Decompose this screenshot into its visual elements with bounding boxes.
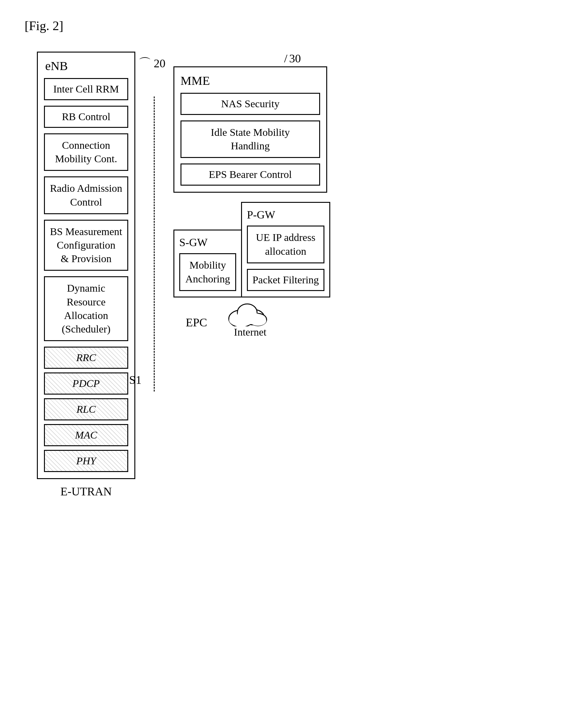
enb-label: eNB	[45, 59, 128, 73]
rb-control-box: RB Control	[44, 106, 128, 128]
connection-mobility-box: ConnectionMobility Cont.	[44, 134, 128, 171]
sgw-pgw-row: S-GW MobilityAnchoring P-GW UE IP addres…	[173, 202, 330, 297]
internet-label: Internet	[234, 326, 266, 338]
ref30-wrap: / 30	[284, 52, 330, 65]
pgw-box: P-GW UE IP addressallocation Packet Filt…	[241, 202, 330, 297]
sgw-label: S-GW	[179, 236, 236, 249]
e-utran-label: E-UTRAN	[61, 485, 112, 498]
pdcp-box: PDCP	[44, 372, 128, 394]
ref-20: 20	[154, 56, 165, 70]
dynamic-resource-box: Dynamic ResourceAllocation(Scheduler)	[44, 276, 128, 341]
rrc-box: RRC	[44, 347, 128, 369]
right-section: / 30 MME NAS Security Idle State Mobilit…	[173, 52, 330, 338]
packet-filtering-box: Packet Filtering	[247, 269, 324, 291]
mac-box: MAC	[44, 424, 128, 446]
sgw-box: S-GW MobilityAnchoring	[173, 229, 241, 297]
enb-outer-box: eNB Inter Cell RRM RB Control Connection…	[37, 52, 135, 479]
cloud-icon	[226, 302, 275, 326]
internet-cloud: Internet	[226, 302, 275, 338]
bs-measurement-box: BS MeasurementConfiguration& Provision	[44, 220, 128, 271]
fig-label: [Fig. 2]	[25, 19, 562, 33]
enb-section: eNB Inter Cell RRM RB Control Connection…	[37, 52, 135, 498]
curve-arrow-icon: ⌒	[138, 55, 151, 72]
mme-label: MME	[181, 73, 320, 88]
mobility-anchoring-box: MobilityAnchoring	[179, 253, 236, 291]
eps-bearer-box: EPS Bearer Control	[181, 164, 320, 186]
epc-label: EPC	[186, 316, 207, 329]
mme-outer-box: MME NAS Security Idle State MobilityHand…	[173, 66, 327, 193]
inter-cell-rrm-box: Inter Cell RRM	[44, 78, 128, 100]
ref-30: 30	[289, 52, 301, 65]
epc-internet-row: EPC Internet	[180, 302, 330, 338]
ue-ip-box: UE IP addressallocation	[247, 225, 324, 263]
idle-state-box: Idle State MobilityHandling	[181, 120, 320, 158]
ref30-slash-icon: /	[284, 52, 287, 65]
vertical-divider	[154, 97, 155, 391]
radio-admission-box: Radio AdmissionControl	[44, 176, 128, 214]
nas-security-box: NAS Security	[181, 93, 320, 115]
rlc-box: RLC	[44, 398, 128, 420]
phy-box: PHY	[44, 450, 128, 472]
svg-point-7	[238, 307, 257, 321]
pgw-label: P-GW	[247, 208, 324, 221]
s1-label: S1	[129, 373, 141, 387]
